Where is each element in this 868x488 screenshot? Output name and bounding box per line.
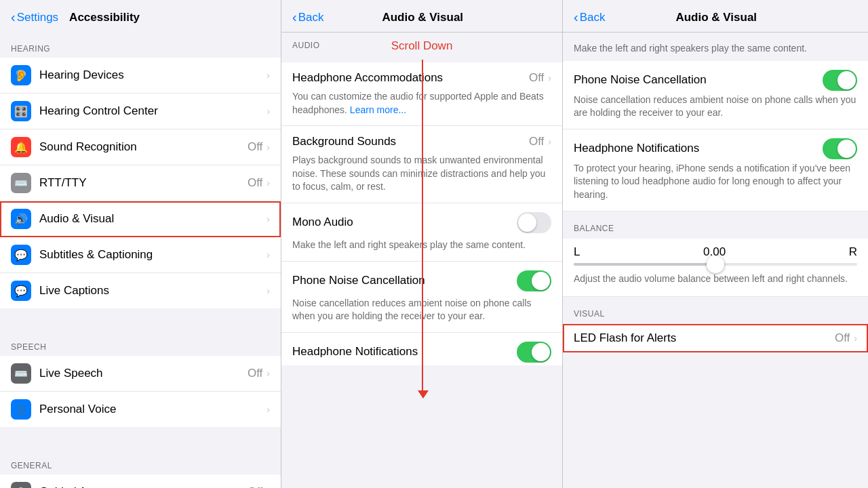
scroll-down-label: Scroll Down: [391, 39, 453, 53]
right-back-button[interactable]: ‹ Back: [574, 9, 605, 25]
headphone-accommodations-label: Headphone Accommodations: [292, 71, 529, 85]
learn-more-link[interactable]: Learn more...: [350, 104, 406, 115]
balance-slider-thumb[interactable]: [707, 256, 724, 273]
subtitles-captioning-chevron: ›: [267, 249, 270, 260]
visual-section-label: VISUAL: [563, 297, 868, 324]
balance-slider-track[interactable]: [574, 263, 857, 266]
right-intro-text: Make the left and right speakers play th…: [563, 33, 868, 56]
hearing-section-label: HEARING: [0, 32, 281, 58]
right-item-headphone-notifications[interactable]: Headphone Notifications To protect your …: [563, 129, 868, 211]
live-speech-value: Off: [248, 367, 262, 380]
rtt-tty-chevron: ›: [267, 178, 270, 188]
background-sounds-chevron: ›: [548, 136, 551, 147]
headphone-accommodations-chevron: ›: [548, 73, 551, 83]
personal-voice-icon: 👤: [11, 399, 31, 420]
sidebar-item-guided-access[interactable]: 🔒 Guided Access Off ›: [0, 474, 281, 488]
hearing-control-center-icon: 🎛️: [11, 101, 31, 121]
live-captions-chevron: ›: [267, 285, 270, 296]
right-phone-noise-cancellation-label: Phone Noise Cancellation: [574, 73, 823, 87]
hearing-list-card: 🦻 Hearing Devices › 🎛️ Hearing Control C…: [0, 58, 281, 308]
section-divider-1: [0, 308, 281, 330]
scroll-arrow-head: [418, 390, 429, 399]
sidebar-item-live-speech[interactable]: ⌨️ Live Speech Off ›: [0, 356, 281, 392]
general-list-card: 🔒 Guided Access Off › 👤 Assistive Access…: [0, 474, 281, 488]
sidebar-item-subtitles-captioning[interactable]: 💬 Subtitles & Captioning ›: [0, 237, 281, 273]
right-phone-noise-cancellation-desc: Noise cancellation reduces ambient noise…: [574, 94, 857, 120]
headphone-accommodations-value: Off: [529, 71, 544, 85]
hearing-devices-label: Hearing Devices: [39, 68, 267, 82]
sidebar-item-rtt-tty[interactable]: ⌨️ RTT/TTY Off ›: [0, 165, 281, 201]
balance-right-label: R: [849, 245, 857, 259]
right-item-phone-noise-cancellation[interactable]: Phone Noise Cancellation Noise cancellat…: [563, 61, 868, 129]
middle-nav-header: ‹ Back Audio & Visual: [281, 0, 562, 33]
rtt-tty-label: RTT/TTY: [39, 176, 248, 190]
audio-visual-icon: 🔊: [11, 209, 31, 229]
middle-panel: ‹ Back Audio & Visual AUDIO Scroll Down …: [281, 0, 563, 488]
subtitles-captioning-icon: 💬: [11, 245, 31, 265]
balance-left-label: L: [574, 245, 580, 259]
left-section-list: HEARING 🦻 Hearing Devices › 🎛️ Hearing C…: [0, 32, 281, 488]
sound-recognition-icon: 🔔: [11, 137, 31, 157]
live-captions-icon: 💬: [11, 281, 31, 301]
sound-recognition-chevron: ›: [267, 142, 270, 152]
sidebar-item-live-captions[interactable]: 💬 Live Captions ›: [0, 273, 281, 308]
balance-section: L 0.00 R Adjust the audio volume balance…: [563, 239, 868, 298]
phone-noise-cancellation-label: Phone Noise Cancellation: [292, 274, 517, 287]
middle-nav-title: Audio & Visual: [382, 11, 463, 24]
general-section-label: GENERAL: [0, 449, 281, 474]
background-sounds-value: Off: [529, 135, 544, 148]
sidebar-item-audio-visual[interactable]: 🔊 Audio & Visual ›: [0, 201, 281, 237]
right-card: Phone Noise Cancellation Noise cancellat…: [563, 61, 868, 211]
hearing-control-center-label: Hearing Control Center: [39, 104, 267, 118]
left-chevron-icon: ‹: [11, 9, 16, 25]
sidebar-item-personal-voice[interactable]: 👤 Personal Voice ›: [0, 392, 281, 427]
right-headphone-notifications-toggle[interactable]: [823, 138, 857, 159]
live-captions-label: Live Captions: [39, 284, 267, 298]
right-panel: ‹ Back Audio & Visual Make the left and …: [563, 0, 868, 488]
led-flash-label: LED Flash for Alerts: [574, 331, 835, 345]
guided-access-value: Off: [248, 485, 262, 488]
sidebar-item-sound-recognition[interactable]: 🔔 Sound Recognition Off ›: [0, 129, 281, 165]
sound-recognition-label: Sound Recognition: [39, 140, 248, 154]
right-item-led-flash-alerts[interactable]: LED Flash for Alerts Off ›: [563, 324, 868, 352]
hearing-devices-chevron: ›: [267, 70, 270, 81]
phone-noise-cancellation-toggle[interactable]: [517, 270, 551, 291]
right-nav-title: Audio & Visual: [675, 11, 757, 24]
balance-desc: Adjust the audio volume balance between …: [574, 272, 857, 286]
left-nav-header: ‹ Settings Accessibility: [0, 0, 281, 32]
audio-visual-label: Audio & Visual: [39, 212, 267, 226]
sidebar-item-hearing-devices[interactable]: 🦻 Hearing Devices ›: [0, 58, 281, 94]
subtitles-captioning-label: Subtitles & Captioning: [39, 248, 267, 262]
led-flash-chevron: ›: [854, 333, 857, 344]
headphone-notifications-label: Headphone Notifications: [292, 345, 517, 359]
left-back-button[interactable]: ‹ Settings: [11, 9, 58, 25]
live-speech-chevron: ›: [267, 368, 270, 379]
middle-back-label: Back: [298, 11, 324, 24]
right-headphone-notifications-desc: To protect your hearing, iPhone sends a …: [574, 162, 857, 202]
personal-voice-chevron: ›: [267, 404, 270, 415]
audio-visual-chevron: ›: [267, 214, 270, 224]
left-panel: ‹ Settings Accessibility HEARING 🦻 Heari…: [0, 0, 281, 488]
guided-access-label: Guided Access: [39, 485, 248, 488]
hearing-control-center-chevron: ›: [267, 106, 270, 117]
balance-slider-fill: [574, 263, 715, 266]
right-chevron-icon: ‹: [574, 9, 578, 25]
guided-access-icon: 🔒: [11, 482, 31, 488]
left-nav-title: Accessibility: [69, 11, 140, 24]
right-phone-noise-cancellation-toggle[interactable]: [823, 70, 857, 91]
headphone-notifications-toggle[interactable]: [517, 342, 551, 363]
right-headphone-notifications-label: Headphone Notifications: [574, 142, 823, 155]
scroll-arrow-line: [422, 60, 423, 392]
middle-back-button[interactable]: ‹ Back: [292, 9, 323, 25]
background-sounds-label: Background Sounds: [292, 135, 529, 148]
section-divider-2: [0, 427, 281, 449]
scroll-down-indicator-container: AUDIO Scroll Down: [281, 33, 562, 62]
right-nav-header: ‹ Back Audio & Visual: [563, 0, 868, 33]
sound-recognition-value: Off: [248, 140, 262, 154]
rtt-tty-icon: ⌨️: [11, 173, 31, 193]
left-back-label: Settings: [17, 11, 58, 24]
hearing-devices-icon: 🦻: [11, 65, 31, 85]
speech-section-label: SPEECH: [0, 330, 281, 356]
mono-audio-toggle[interactable]: [517, 212, 551, 233]
sidebar-item-hearing-control-center[interactable]: 🎛️ Hearing Control Center ›: [0, 94, 281, 129]
